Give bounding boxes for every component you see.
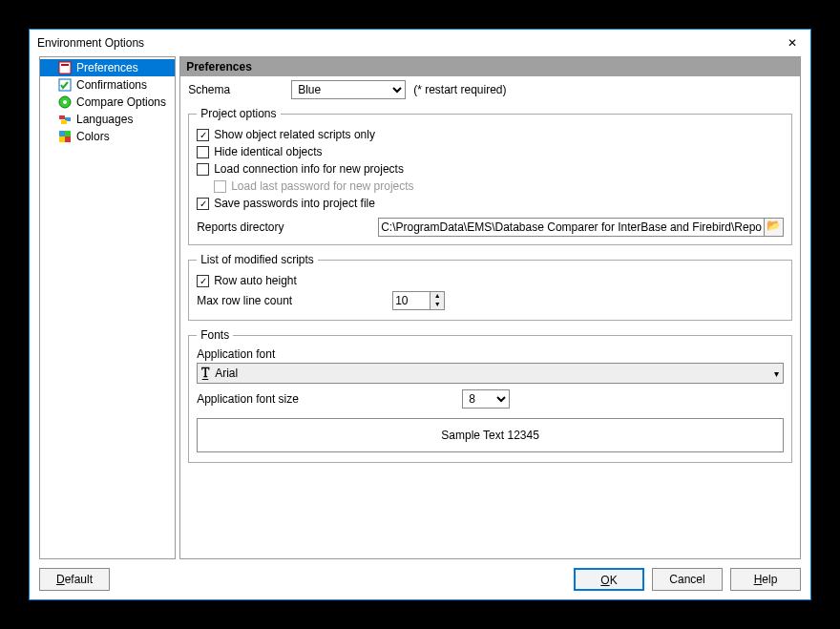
font-value: Arial [215,367,238,380]
svg-rect-9 [65,131,71,136]
spin-down-icon[interactable]: ▼ [430,301,444,309]
tree-item-preferences[interactable]: Preferences [40,59,175,76]
app-font-select[interactable]: T̲ Arial ▾ [197,363,784,384]
compare-icon [57,94,73,110]
reports-value: C:\ProgramData\EMS\Database Comparer for… [381,220,762,234]
help-button[interactable]: Help [730,568,801,591]
close-icon[interactable]: ✕ [782,36,803,50]
schema-select[interactable]: Blue [291,80,406,99]
category-tree: Preferences Confirmations Compare Option… [39,56,176,559]
max-row-input[interactable] [392,291,430,310]
cb-row-auto[interactable]: ✓ Row auto height [197,272,784,289]
project-options-group: Project options ✓ Show object related sc… [188,107,792,245]
chevron-down-icon: ▾ [774,368,779,379]
svg-rect-0 [59,62,71,73]
scripts-legend: List of modified scripts [197,253,318,266]
tree-item-colors[interactable]: Colors [40,128,175,145]
cb-label: Row auto height [214,274,297,287]
cb-load-conn[interactable]: Load connection info for new projects [197,160,784,178]
font-size-row: Application font size 8 [197,386,784,412]
schema-row: Schema Blue (* restart required) [180,76,800,103]
max-row-spinner[interactable]: ▲ ▼ [392,291,445,310]
cb-label: Load last password for new projects [231,179,413,193]
preferences-panel: Preferences Schema Blue (* restart requi… [179,56,801,559]
tree-item-confirmations[interactable]: Confirmations [40,76,175,94]
font-glyph-icon: T̲ [201,367,209,381]
cb-load-pwd: Load last password for new projects [197,178,784,195]
cb-label: Hide identical objects [214,145,322,158]
svg-rect-10 [59,136,65,142]
tree-label: Languages [76,113,133,126]
default-button[interactable]: Default [39,568,110,591]
confirmations-icon [57,77,73,93]
reports-directory-input[interactable]: C:\ProgramData\EMS\Database Comparer for… [378,218,765,237]
project-options-legend: Project options [197,107,280,120]
reports-label: Reports directory [197,220,378,234]
max-row-label: Max row line count [197,294,388,307]
checkbox-icon: ✓ [197,275,209,287]
cb-label: Save passwords into project file [214,197,375,210]
spinner-buttons: ▲ ▼ [430,291,445,310]
cancel-button[interactable]: Cancel [652,568,723,591]
app-font-label: Application font [197,347,784,361]
scripts-group: List of modified scripts ✓ Row auto heig… [188,253,792,321]
button-bar: Default OK Cancel Help [30,559,810,599]
max-row-row: Max row line count ▲ ▼ [197,289,784,312]
preferences-icon [57,60,73,75]
font-size-label: Application font size [197,392,454,406]
checkbox-icon [197,146,209,158]
ok-button[interactable]: OK [574,568,644,591]
svg-point-4 [63,100,67,104]
tree-item-compare[interactable]: Compare Options [40,94,175,111]
environment-options-window: Environment Options ✕ Preferences Confir… [29,29,811,600]
cb-label: Show object related scripts only [214,128,375,141]
fonts-group: Fonts Application font T̲ Arial ▾ Applic… [188,328,792,463]
checkbox-icon: ✓ [197,198,209,210]
schema-note: (* restart required) [413,83,506,96]
window-title: Environment Options [37,36,144,50]
checkbox-icon: ✓ [197,129,209,141]
fonts-legend: Fonts [197,328,233,342]
spin-up-icon[interactable]: ▲ [430,292,444,301]
tree-item-languages[interactable]: Languages [40,111,175,128]
sample-text-box: Sample Text 12345 [197,418,784,452]
svg-rect-11 [65,136,71,142]
tree-label: Colors [76,130,110,143]
svg-rect-5 [59,115,65,119]
folder-icon: 📂 [766,219,781,232]
titlebar: Environment Options ✕ [30,30,810,56]
svg-rect-8 [59,131,65,136]
checkbox-icon [214,180,226,193]
schema-label: Schema [188,83,284,96]
panel-header: Preferences [180,57,800,76]
checkbox-icon [197,163,209,176]
cb-show-scripts[interactable]: ✓ Show object related scripts only [197,126,784,143]
tree-label: Preferences [76,61,138,74]
browse-folder-button[interactable]: 📂 [765,218,784,237]
languages-icon [57,112,73,127]
svg-rect-1 [61,64,69,66]
reports-row: Reports directory C:\ProgramData\EMS\Dat… [197,212,784,237]
colors-icon [57,129,73,144]
svg-rect-7 [61,120,67,124]
cb-save-pwd[interactable]: ✓ Save passwords into project file [197,195,784,212]
cb-label: Load connection info for new projects [214,162,404,176]
cb-hide-identical[interactable]: Hide identical objects [197,143,784,160]
font-size-select[interactable]: 8 [462,389,510,409]
tree-label: Compare Options [76,95,166,109]
content-area: Preferences Confirmations Compare Option… [30,56,810,559]
tree-label: Confirmations [76,78,147,92]
btn-label: efault [65,573,93,586]
